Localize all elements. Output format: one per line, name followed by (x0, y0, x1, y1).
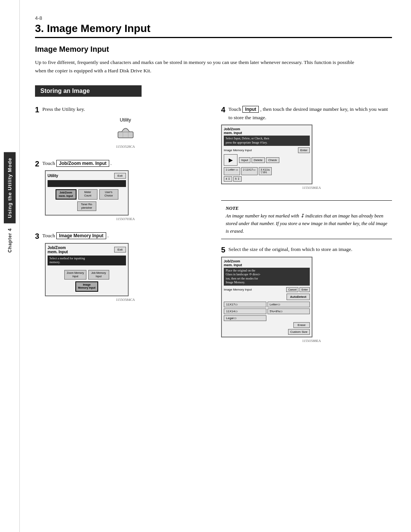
step-4-caption: 1155O586EA (231, 186, 392, 190)
screen-4-label-row: Image Memory Input Enter (224, 147, 310, 153)
screen-3-btn2: Job MemoryInput (88, 270, 109, 280)
screen-5-key1: 11X17▭ (224, 302, 266, 307)
step-3: 3 Touch Image Memory Input . Job/Zoom me… (35, 232, 206, 305)
screen-4-delete-btn: Delete (252, 157, 265, 163)
note-box: NOTE An image number key not marked with… (221, 200, 392, 239)
screen-3-btns-row2: ImageMemory Input (48, 281, 126, 292)
utility-key-shape (116, 124, 135, 139)
svg-rect-0 (118, 132, 133, 138)
subsection-bar: Storing an Image (35, 85, 142, 97)
page-number: 4-8 (35, 15, 392, 21)
step-1: 1 Press the Utility key. Utility (35, 105, 206, 152)
step-5-number: 5 (221, 245, 225, 254)
note-text: An image number key not marked with ↧ in… (226, 213, 387, 234)
screen-3-title: Job/Zoom mem. Input (48, 246, 68, 254)
sidebar-chapter: Chapter 4 (7, 228, 13, 252)
screen-5-keys: 11X17▭ Letter▭ 11X14▭ 5⅝×8⅝▭ Legal▭ (224, 302, 310, 321)
screen-5-key3: 11X14▭ (224, 308, 266, 314)
screen-2-dark-bar (48, 180, 126, 187)
screen-5-customsize: Custom Size (288, 329, 310, 335)
step-1-text: Press the Utility key. (42, 105, 206, 113)
sidebar: Using the Utility Mode Chapter 4 (0, 0, 20, 532)
screen-4-check-btn: Check (266, 157, 279, 163)
screen-3-dark: Select a method for inputtingmemory. (48, 256, 126, 266)
utility-diagram: Utility (45, 117, 206, 141)
chapter-title: 3. Image Memory Input (35, 22, 392, 38)
screen-4-key2: 2 11X17▭ (241, 167, 258, 175)
step-4-screen: Job/Zoom mem. Input Select Input, Delete… (221, 125, 312, 184)
step-3-screen: Job/Zoom mem. Input Exit Select a method… (45, 243, 129, 296)
step-1-caption: 1155O528CA (45, 145, 206, 149)
screen-5-right-btns: Erase Custom Size (224, 322, 310, 335)
step-2-number: 2 (35, 159, 39, 168)
note-label: NOTE (226, 206, 239, 211)
step-5-screen: Job/Zoom mem. Input Place the original o… (221, 257, 312, 338)
step-3-text: Touch Image Memory Input . (42, 232, 206, 240)
screen-4-input-btn: Input (239, 157, 250, 163)
screen-5-key5: Legal▭ (224, 315, 266, 321)
screen-4-dark: Select Input, Delete, or Check, thenpres… (224, 136, 310, 146)
section-heading: Image Memory Input (35, 45, 392, 54)
steps-grid: 1 Press the Utility key. Utility (35, 105, 392, 353)
screen-2-btn3: User'sChoice (99, 189, 118, 200)
screen-4-key4: 4 ↧ (224, 176, 232, 182)
step-5-caption: 1155O588EA (231, 339, 392, 343)
screen-5-label-row: Image Memory Input Cancel Enter (224, 287, 310, 292)
screen-5-enter: Enter (299, 287, 310, 292)
step-3-number: 3 (35, 232, 39, 241)
screen-2-btn4: Toner Re-plenisher (77, 201, 96, 211)
step-2-button: Job/Zoom mem. Input (56, 160, 109, 167)
screen-2-title: Utility (48, 174, 58, 178)
left-column: 1 Press the Utility key. Utility (35, 105, 206, 353)
screen-4-key3: 3 X11¼▽ 8½ (259, 167, 272, 175)
screen-5-autodetect: AutoDetect (287, 294, 310, 300)
step-2: 2 Touch Job/Zoom mem. Input . Utility Ex… (35, 159, 206, 224)
screen-3-btn1: Zoom MemoryInput (64, 270, 86, 280)
utility-label: Utility (45, 117, 206, 123)
step-4-button: Input (242, 106, 259, 113)
screen-2-btn1: Job/Zoommem. Input (56, 189, 76, 200)
right-column: 4 Touch Input , then touch the desired i… (221, 105, 392, 353)
step-4-number: 4 (221, 105, 225, 114)
screen-2-btn2: MeterCount (78, 189, 97, 200)
step-4: 4 Touch Input , then touch the desired i… (221, 105, 392, 193)
step-2-caption: 1155O703EA (45, 217, 206, 221)
step-3-caption: 1155O584CA (45, 298, 206, 302)
screen-4-key1: 1 Letter ▭ (224, 167, 240, 175)
step-2-text: Touch Job/Zoom mem. Input . (42, 159, 206, 168)
screen-5-cancel: Cancel (286, 287, 298, 292)
intro-text: Up to five different, frequently used ch… (35, 58, 362, 75)
screen-3-btn-active: ImageMemory Input (75, 281, 98, 292)
screen-4-icon-row: ▶ Input Delete Check (224, 154, 310, 166)
main-content: 4-8 3. Image Memory Input Image Memory I… (20, 0, 411, 532)
screen-4-numkeys: 1 Letter ▭ 2 11X17▭ 3 X11¼▽ 8½ (224, 167, 310, 175)
screen-3-btns-row1: Zoom MemoryInput Job MemoryInput (48, 270, 126, 280)
screen-4-numkeys2: 4 ↧ 5 ↧ (224, 176, 310, 182)
step-4-text: Touch Input , then touch the desired ima… (228, 105, 392, 121)
screen-4-icon: ▶ (224, 154, 237, 166)
sidebar-label: Using the Utility Mode (4, 152, 16, 224)
screen-3-exit: Exit (114, 247, 126, 252)
screen-2-btns-row1: Job/Zoommem. Input MeterCount User'sChoi… (48, 189, 126, 200)
screen-5-key2: Letter▭ (268, 302, 310, 307)
step-5: 5 Select the size of the original, from … (221, 245, 392, 346)
screen-4-key5: 5 ↧ (233, 176, 242, 182)
screen-5-autodetect-row: AutoDetect (224, 294, 310, 300)
screen-5-key4: 5⅝×8⅝▭ (268, 308, 310, 314)
step-3-button: Image Memory Input (56, 232, 106, 239)
screen-2-exit: Exit (114, 173, 126, 179)
step-2-screen: Utility Exit Job/Zoommem. Input MeterCou… (45, 170, 129, 216)
step-1-number: 1 (35, 105, 39, 114)
screen-5-erase: Erase (293, 322, 310, 328)
screen-4-enter: Enter (298, 147, 310, 153)
screen-2-btns-row2: Toner Re-plenisher (48, 201, 126, 211)
screen-5-dark: Place the original on theGlass in landsc… (224, 268, 310, 286)
step-5-text: Select the size of the original, from wh… (228, 245, 392, 254)
